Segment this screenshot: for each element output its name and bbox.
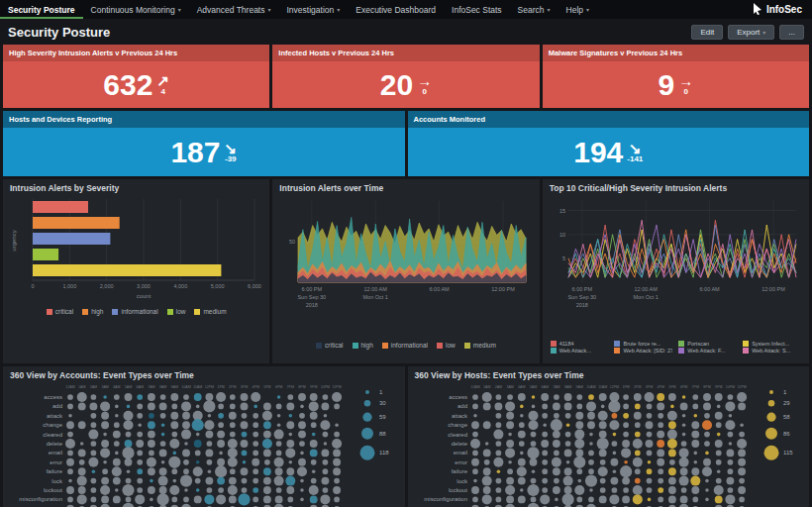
svg-text:Sun Sep 30: Sun Sep 30 (567, 294, 596, 300)
kpi-high-severity-intrusion-alerts[interactable]: High Severity Intrusion Alerts v Previou… (3, 45, 269, 108)
chevron-down-icon: ▾ (548, 6, 551, 13)
svg-text:86: 86 (783, 431, 790, 437)
export-button[interactable]: Export▾ (728, 25, 774, 40)
kpi-body: 20 → 0 (272, 61, 539, 108)
app-brand-label: InfoSec (766, 4, 802, 15)
kpi-title: Hosts and Devices Reporting (3, 111, 405, 128)
nav-item-infosec-stats[interactable]: InfoSec Stats (444, 0, 510, 19)
nav-item-search[interactable]: Search▾ (510, 0, 558, 19)
svg-text:7PM: 7PM (691, 385, 698, 389)
panel-title: Intrusion Alerts over Time (272, 179, 539, 195)
svg-text:1AM: 1AM (483, 385, 490, 389)
svg-text:5AM: 5AM (529, 385, 536, 389)
svg-text:failure: failure (451, 468, 467, 474)
svg-text:5PM: 5PM (668, 385, 675, 389)
svg-text:2,000: 2,000 (100, 283, 114, 289)
nav-item-help[interactable]: Help▾ (558, 0, 598, 19)
svg-text:9PM: 9PM (310, 385, 317, 389)
nav-item-advanced-threats[interactable]: Advanced Threats▾ (189, 0, 279, 19)
legend-item: Web Attack: [SID: 27430] (614, 348, 672, 354)
app-brand[interactable]: InfoSec (742, 0, 812, 19)
svg-text:cleared: cleared (448, 432, 467, 438)
svg-text:7AM: 7AM (553, 385, 559, 389)
svg-text:10PM: 10PM (321, 385, 330, 389)
kpi-row-blue: Hosts and Devices Reporting 187 ↘ -39 Ac… (0, 111, 812, 176)
kpi-value: 9 (658, 70, 674, 100)
svg-text:change: change (448, 422, 467, 428)
kpi-trend: → 0 (678, 73, 693, 96)
panel-top10-intrusion-alerts: Top 10 Critical/High Severity Intrusion … (543, 179, 809, 363)
kpi-trend: → 0 (417, 73, 432, 96)
svg-text:0: 0 (31, 283, 34, 289)
svg-text:access: access (44, 394, 62, 400)
svg-text:2PM: 2PM (634, 385, 641, 389)
alerts-over-time-chart[interactable]: 506:00 PMSun Sep 30201812:00 AMMon Oct 1… (272, 195, 539, 340)
svg-text:29: 29 (783, 400, 790, 406)
legend-item: high (82, 308, 103, 315)
legend-item: 41184 (551, 341, 609, 347)
legend-item: critical (316, 342, 343, 349)
top10-alerts-line-chart[interactable]: 510156:00 PMSun Sep 30201812:00 AMMon Oc… (543, 195, 809, 340)
svg-text:1,000: 1,000 (62, 283, 76, 289)
svg-text:error: error (50, 459, 62, 465)
severity-bar-chart[interactable]: 01,0002,0003,0004,0005,0006,000counturge… (3, 195, 269, 306)
svg-text:4AM: 4AM (113, 385, 120, 389)
svg-text:9PM: 9PM (715, 385, 722, 389)
svg-text:50: 50 (289, 239, 295, 245)
kpi-accounts-monitored[interactable]: Accounts Monitored 194 ↘ -141 (408, 111, 810, 176)
kpi-infected-hosts[interactable]: Infected Hosts v Previous 24 Hrs 20 → 0 (272, 45, 539, 108)
panel-hosts-event-types: 360 View by Hosts: Event Types over Time… (408, 366, 810, 507)
chevron-down-icon: ▾ (586, 6, 589, 13)
svg-text:5,000: 5,000 (211, 283, 225, 289)
svg-text:lockout: lockout (448, 487, 466, 493)
svg-text:add: add (52, 403, 62, 409)
kpi-trend: ↘ -141 (627, 141, 643, 163)
svg-text:6PM: 6PM (679, 385, 686, 389)
legend-item: Portscan (678, 341, 737, 347)
svg-text:4PM: 4PM (253, 385, 259, 389)
svg-text:4,000: 4,000 (173, 283, 187, 289)
svg-text:Mon Oct 1: Mon Oct 1 (633, 294, 658, 300)
svg-text:6PM: 6PM (275, 385, 282, 389)
svg-text:attack: attack (47, 413, 63, 419)
svg-text:12AM: 12AM (65, 385, 74, 389)
svg-text:cleared: cleared (43, 432, 62, 438)
svg-text:5AM: 5AM (125, 385, 132, 389)
svg-text:3PM: 3PM (645, 385, 652, 389)
charts-row: Intrusion Alerts by Severity 01,0002,000… (0, 179, 812, 363)
nav-item-continuous-monitoring[interactable]: Continuous Monitoring▾ (83, 0, 189, 19)
svg-text:add: add (457, 403, 466, 409)
hosts-punchcard[interactable]: 12AM1AM2AM3AM4AM5AM6AM7AM8AM9AM10AM11AM1… (412, 382, 761, 507)
kpi-malware-signatures[interactable]: Malware Signatures v Previous 24 Hrs 9 →… (543, 45, 809, 108)
kpi-title: High Severity Intrusion Alerts v Previou… (3, 45, 269, 61)
kpi-value: 20 (380, 70, 413, 100)
svg-text:10AM: 10AM (586, 385, 595, 389)
svg-text:88: 88 (379, 431, 386, 437)
edit-button[interactable]: Edit (691, 25, 723, 40)
trend-down-icon: ↘ (224, 141, 237, 155)
kpi-body: 194 ↘ -141 (408, 128, 810, 176)
panel-title: Intrusion Alerts by Severity (3, 179, 269, 195)
kpi-hosts-devices-reporting[interactable]: Hosts and Devices Reporting 187 ↘ -39 (3, 111, 405, 176)
accounts-punchcard-legend: 1305988118 (355, 382, 401, 507)
accounts-punchcard[interactable]: 12AM1AM2AM3AM4AM5AM6AM7AM8AM9AM10AM11AM1… (7, 382, 355, 507)
more-actions-button[interactable]: ... (779, 25, 804, 40)
svg-text:4AM: 4AM (518, 385, 525, 389)
kpi-delta: 0 (683, 88, 687, 96)
nav-item-executive-dashboard[interactable]: Executive Dashboard (348, 0, 444, 19)
kpi-delta: 0 (422, 88, 426, 96)
svg-text:118: 118 (379, 450, 389, 456)
svg-text:6:00 PM: 6:00 PM (571, 286, 592, 292)
nav-item-security-posture[interactable]: Security Posture (0, 0, 83, 19)
legend-item: low (167, 308, 186, 315)
svg-text:change: change (43, 422, 62, 428)
svg-text:4PM: 4PM (657, 385, 663, 389)
svg-text:1PM: 1PM (217, 385, 224, 389)
kpi-delta: 4 (160, 88, 164, 96)
svg-text:59: 59 (379, 414, 386, 420)
svg-text:12:00 PM: 12:00 PM (492, 286, 516, 292)
svg-text:6,000: 6,000 (248, 283, 261, 289)
nav-item-investigation[interactable]: Investigation▾ (279, 0, 349, 19)
svg-text:11AM: 11AM (193, 385, 202, 389)
punchcards-row: 360 View by Accounts: Event Types over T… (0, 366, 812, 507)
